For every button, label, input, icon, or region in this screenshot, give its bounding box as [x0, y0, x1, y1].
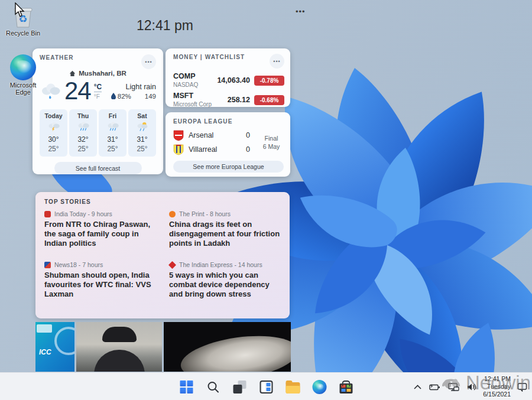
edge-button[interactable] — [309, 376, 330, 398]
start-button[interactable] — [176, 376, 197, 398]
rain-cloud-icon — [40, 82, 62, 100]
forecast-day-fri[interactable]: Fri 31° 25° — [99, 109, 126, 157]
microsoft-store-button[interactable] — [335, 376, 357, 398]
widgets-panel-time: 12:41 pm — [137, 18, 193, 34]
sun-rain-icon — [136, 121, 149, 132]
story-indian-express[interactable]: The Indian Express - 14 hours 5 ways in … — [169, 261, 281, 299]
europa-league-title: EUROPA LEAGUE — [173, 118, 284, 125]
weather-widget: WEATHER ••• Mushahari, BR 24 °C °F Light… — [33, 48, 163, 174]
weather-more-icon[interactable]: ••• — [141, 54, 156, 69]
story-the-print[interactable]: The Print - 8 hours China drags its feet… — [169, 210, 281, 248]
weather-forecast-row: Today 30° 25° Thu 32° 25° Fri — [40, 109, 156, 157]
story-thumbnails-strip: ICC — [35, 322, 291, 372]
weather-temperature: 24 — [64, 78, 91, 104]
file-explorer-icon — [286, 382, 300, 394]
money-title: MONEY | WATCHLIST — [173, 54, 245, 60]
tray-volume-icon[interactable] — [466, 382, 478, 392]
stock-exchange: Microsoft Corp — [173, 101, 212, 108]
unit-fahrenheit-toggle[interactable]: °F — [94, 93, 100, 100]
tray-network-icon[interactable] — [447, 382, 460, 392]
the-print-icon — [169, 211, 176, 217]
match-team-arsenal[interactable]: Arsenal 0 — [173, 128, 258, 142]
windows-logo-icon — [180, 381, 193, 394]
mouse-cursor — [14, 2, 26, 18]
task-view-icon — [233, 381, 246, 394]
edge-icon — [10, 54, 36, 80]
stock-symbol: MSFT — [173, 92, 212, 100]
home-icon — [69, 70, 76, 77]
edge-label: Microsoft Edge — [4, 82, 43, 96]
stock-symbol: COMP — [173, 73, 198, 80]
indian-express-icon — [168, 261, 176, 268]
widgets-button[interactable] — [255, 376, 277, 398]
arsenal-crest-icon — [173, 130, 184, 141]
stock-exchange: NASDAQ — [173, 82, 198, 88]
forecast-day-sat[interactable]: Sat 31° 25° — [128, 109, 156, 157]
widgets-icon — [259, 381, 273, 394]
stock-change-badge: -0.68% — [254, 95, 284, 105]
search-icon — [206, 381, 219, 394]
top-stories-title: TOP STORIES — [44, 199, 281, 205]
weather-location: Mushahari, BR — [79, 70, 126, 77]
stock-price: 258.12 — [228, 96, 250, 104]
notification-center-icon[interactable] — [516, 381, 528, 393]
top-stories-widget: TOP STORIES India Today - 9 hours From N… — [35, 192, 290, 318]
score: 0 — [246, 131, 250, 139]
money-widget: MONEY | WATCHLIST ••• COMP NASDAQ 14,063… — [166, 48, 290, 107]
desktop-icon-microsoft-edge[interactable]: Microsoft Edge — [4, 54, 43, 96]
news18-icon — [44, 262, 51, 268]
villarreal-crest-icon — [173, 144, 184, 155]
weather-title: WEATHER — [40, 54, 74, 61]
story-thumbnail-cricketer[interactable] — [76, 322, 162, 372]
story-news18[interactable]: News18 - 7 hours Shubman should open, In… — [44, 261, 156, 299]
score: 0 — [246, 145, 250, 154]
see-full-forecast-button[interactable]: See full forecast — [54, 162, 142, 174]
task-view-button[interactable] — [229, 376, 251, 398]
match-team-villarreal[interactable]: Villarreal 0 — [173, 142, 258, 157]
story-thumbnail-icc[interactable]: ICC — [35, 322, 74, 372]
tray-battery-icon[interactable] — [428, 382, 442, 392]
weather-condition: Light rain — [111, 83, 156, 91]
forecast-day-thu[interactable]: Thu 32° 25° — [69, 109, 97, 157]
stock-row-comp[interactable]: COMP NASDAQ 14,063.40 -0.78% — [173, 73, 284, 88]
air-quality-icon — [136, 93, 143, 99]
rain-icon — [106, 121, 119, 132]
search-button[interactable] — [202, 376, 224, 398]
forecast-day-today[interactable]: Today 30° 25° — [40, 109, 67, 157]
storm-icon — [47, 121, 60, 132]
unit-celsius-toggle[interactable]: °C — [94, 83, 102, 92]
recycle-bin-label: Recycle Bin — [6, 30, 40, 37]
tray-chevron-up-icon[interactable] — [413, 383, 423, 391]
file-explorer-button[interactable] — [282, 376, 304, 398]
edge-icon — [312, 380, 326, 394]
weather-air-quality: 149 — [145, 93, 156, 100]
icc-logo: ICC — [39, 348, 51, 356]
money-more-icon[interactable]: ••• — [270, 54, 284, 69]
tray-clock[interactable]: 12:41 PM Tuesday 6/15/2021 — [483, 375, 511, 398]
tray-time: 12:41 PM — [483, 375, 511, 383]
stock-row-msft[interactable]: MSFT Microsoft Corp 258.12 -0.68% — [173, 92, 284, 108]
story-india-today[interactable]: India Today - 9 hours From NTR to Chirag… — [44, 210, 156, 248]
rain-icon — [77, 121, 90, 132]
weather-humidity: 82% — [118, 93, 131, 100]
story-thumbnail-dark[interactable] — [164, 322, 291, 372]
widgets-panel-more-icon[interactable]: ••• — [296, 7, 306, 16]
tray-date: 6/15/2021 — [483, 391, 511, 398]
taskbar: 12:41 PM Tuesday 6/15/2021 — [0, 372, 532, 400]
stock-price: 14,063.40 — [217, 76, 250, 84]
microsoft-store-icon — [339, 383, 352, 394]
europa-league-widget: EUROPA LEAGUE Arsenal 0 Villarreal 0 — [166, 112, 290, 177]
humidity-droplet-icon — [111, 93, 116, 99]
india-today-icon — [44, 211, 51, 217]
match-status: Final 6 May — [258, 134, 284, 151]
stock-change-badge: -0.78% — [254, 76, 284, 86]
see-more-europa-league-button[interactable]: See more Europa League — [173, 161, 284, 173]
tray-day: Tuesday — [483, 383, 511, 391]
